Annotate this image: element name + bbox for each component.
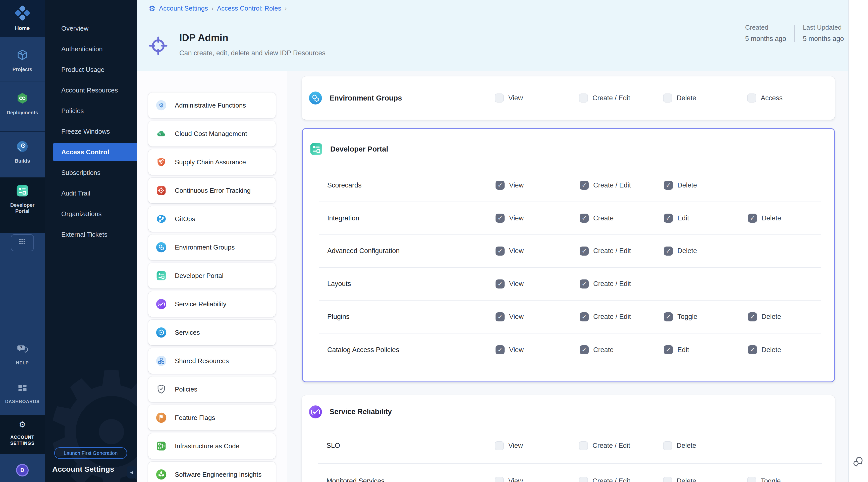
section-title: Developer Portal bbox=[330, 145, 388, 153]
infrastructure-as-code-icon bbox=[156, 441, 167, 452]
harness-logo-icon bbox=[15, 5, 30, 23]
row-label: Advanced Configuration bbox=[319, 247, 496, 255]
nav-module-projects[interactable]: Projects bbox=[0, 48, 45, 72]
resource-item-label: Feature Flags bbox=[175, 414, 215, 422]
resource-item-cloud-cost-management[interactable]: $ Cloud Cost Management bbox=[148, 121, 276, 147]
create-edit-checkbox[interactable] bbox=[580, 246, 589, 255]
nav-account-settings[interactable]: ⚙ ACCOUNT SETTINGS bbox=[0, 419, 45, 446]
section-header: Developer Portal bbox=[303, 129, 834, 169]
permission-delete: Delete bbox=[664, 181, 748, 190]
launch-first-generation-button[interactable]: Launch First Generation bbox=[54, 447, 127, 459]
user-avatar[interactable]: D bbox=[0, 464, 45, 477]
sidebar-item-account-resources[interactable]: Account Resources bbox=[45, 80, 137, 100]
edit-checkbox[interactable] bbox=[664, 214, 673, 223]
checkbox-label: Create / Edit bbox=[593, 247, 631, 255]
view-checkbox[interactable] bbox=[496, 312, 504, 322]
create-edit-checkbox[interactable] bbox=[580, 181, 589, 190]
resource-item-supply-chain-assurance[interactable]: Supply Chain Assurance bbox=[148, 149, 276, 175]
resource-item-continuous-error-tracking[interactable]: Continuous Error Tracking bbox=[148, 178, 276, 203]
delete-checkbox[interactable] bbox=[664, 181, 673, 190]
nav-module-home[interactable]: Home bbox=[0, 5, 45, 31]
create-edit-checkbox[interactable] bbox=[580, 312, 589, 322]
toggle-checkbox[interactable] bbox=[664, 312, 673, 322]
settings-sidebar: ⚙ OverviewAuthenticationProduct UsageAcc… bbox=[45, 0, 137, 482]
module-grid-icon bbox=[17, 236, 28, 249]
gear-icon: ⚙ bbox=[17, 419, 28, 432]
nav-module-builds[interactable]: Builds bbox=[0, 140, 45, 164]
resource-item-gitops[interactable]: GitOps bbox=[148, 206, 276, 232]
shared-resources-icon bbox=[156, 355, 167, 366]
nav-module-developer-portal[interactable]: Developer Portal bbox=[0, 184, 45, 214]
sidebar-collapse-button[interactable]: ◀ bbox=[127, 466, 136, 479]
chevron-right-icon: › bbox=[285, 5, 287, 12]
resource-item-infrastructure-as-code[interactable]: Infrastructure as Code bbox=[148, 433, 276, 459]
sidebar-item-freeze-windows[interactable]: Freeze Windows bbox=[45, 121, 137, 142]
access-checkbox[interactable] bbox=[747, 93, 756, 102]
breadcrumb-account-settings[interactable]: Account Settings bbox=[159, 4, 208, 12]
sidebar-item-overview[interactable]: Overview bbox=[45, 18, 137, 39]
role-meta: Created 5 months ago Last Updated 5 mont… bbox=[745, 24, 844, 43]
sidebar-item-audit-trail[interactable]: Audit Trail bbox=[45, 183, 137, 204]
projects-icon bbox=[16, 48, 29, 64]
delete-checkbox[interactable] bbox=[663, 93, 672, 102]
toggle-checkbox[interactable] bbox=[747, 477, 756, 482]
resource-item-service-reliability[interactable]: Service Reliability bbox=[148, 291, 276, 317]
sidebar-item-product-usage[interactable]: Product Usage bbox=[45, 59, 137, 80]
settings-nav: OverviewAuthenticationProduct UsageAccou… bbox=[45, 18, 137, 245]
view-checkbox[interactable] bbox=[495, 441, 504, 450]
sidebar-item-external-tickets[interactable]: External Tickets bbox=[45, 224, 137, 245]
resource-item-shared-resources[interactable]: Shared Resources bbox=[148, 348, 276, 374]
view-checkbox[interactable] bbox=[496, 246, 504, 255]
delete-checkbox[interactable] bbox=[663, 477, 672, 482]
svg-text:?: ? bbox=[20, 346, 22, 350]
create-checkbox[interactable] bbox=[580, 214, 589, 223]
permission-view: View bbox=[496, 279, 580, 289]
nav-module-deployments[interactable]: Deployments bbox=[0, 91, 45, 116]
view-checkbox[interactable] bbox=[495, 477, 504, 482]
resource-item-label: Service Reliability bbox=[175, 300, 226, 308]
sidebar-item-organizations[interactable]: Organizations bbox=[45, 204, 137, 224]
resource-item-administrative-functions[interactable]: ⚙ Administrative Functions bbox=[148, 92, 276, 118]
sidebar-item-access-control[interactable]: Access Control bbox=[53, 143, 137, 161]
delete-checkbox[interactable] bbox=[748, 345, 757, 354]
section-title-cell: Developer Portal bbox=[309, 142, 496, 156]
resource-item-developer-portal[interactable]: Developer Portal bbox=[148, 263, 276, 289]
delete-checkbox[interactable] bbox=[664, 246, 673, 255]
delete-checkbox[interactable] bbox=[748, 214, 757, 223]
edit-checkbox[interactable] bbox=[664, 345, 673, 354]
create-edit-checkbox[interactable] bbox=[579, 93, 588, 102]
section-title: Service Reliability bbox=[330, 408, 392, 416]
resource-item-feature-flags[interactable]: Feature Flags bbox=[148, 405, 276, 430]
create-edit-checkbox[interactable] bbox=[579, 441, 588, 450]
app-root: Home Projects Deployments Builds Develop… bbox=[0, 0, 868, 482]
nav-module-label: Deployments bbox=[6, 110, 38, 116]
sidebar-item-subscriptions[interactable]: Subscriptions bbox=[45, 162, 137, 183]
permission-row-advanced-configuration: Advanced Configuration View Create / Edi… bbox=[319, 235, 821, 268]
breadcrumb-access-control-roles[interactable]: Access Control: Roles bbox=[217, 4, 281, 12]
nav-dashboards[interactable]: DASHBOARDS bbox=[0, 383, 45, 404]
permission-section-environment-groups: Environment Groups View Create / Edit De… bbox=[302, 77, 835, 120]
resource-item-services[interactable]: Services bbox=[148, 320, 276, 345]
module-picker-button[interactable] bbox=[0, 234, 45, 251]
create-checkbox[interactable] bbox=[580, 345, 589, 354]
resource-item-policies[interactable]: Policies bbox=[148, 376, 276, 402]
support-chat-icon[interactable] bbox=[852, 455, 865, 468]
view-checkbox[interactable] bbox=[496, 345, 504, 354]
delete-checkbox[interactable] bbox=[748, 312, 757, 322]
sidebar-item-policies[interactable]: Policies bbox=[45, 100, 137, 121]
create-edit-checkbox[interactable] bbox=[579, 477, 588, 482]
view-checkbox[interactable] bbox=[496, 279, 504, 289]
permission-delete: Delete bbox=[663, 93, 747, 102]
gitops-icon bbox=[156, 213, 167, 224]
delete-checkbox[interactable] bbox=[663, 441, 672, 450]
view-checkbox[interactable] bbox=[496, 181, 504, 190]
nav-help[interactable]: ? HELP bbox=[0, 343, 45, 366]
sidebar-item-authentication[interactable]: Authentication bbox=[45, 39, 137, 59]
resource-item-software-engineering-insights[interactable]: Software Engineering Insights bbox=[148, 462, 276, 482]
section-title-cell: Service Reliability bbox=[308, 405, 495, 419]
nav-label: DASHBOARDS bbox=[5, 398, 39, 404]
create-edit-checkbox[interactable] bbox=[580, 279, 589, 289]
view-checkbox[interactable] bbox=[495, 93, 504, 102]
resource-item-environment-groups[interactable]: Environment Groups bbox=[148, 235, 276, 260]
view-checkbox[interactable] bbox=[496, 214, 504, 223]
